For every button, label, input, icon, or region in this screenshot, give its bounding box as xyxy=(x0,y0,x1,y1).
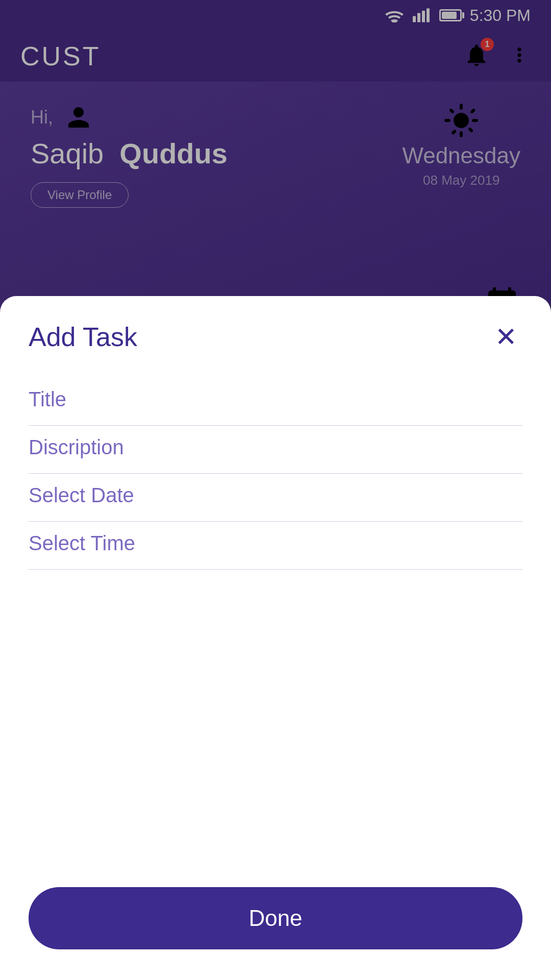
description-field[interactable] xyxy=(29,426,522,474)
done-button[interactable]: Done xyxy=(29,887,522,949)
select-time-input[interactable] xyxy=(29,522,522,570)
description-input[interactable] xyxy=(29,426,522,474)
close-modal-button[interactable]: ✕ xyxy=(490,321,522,353)
select-date-field[interactable] xyxy=(29,474,522,522)
title-field[interactable] xyxy=(29,378,522,426)
modal-title: Add Task xyxy=(29,322,137,352)
select-time-field[interactable] xyxy=(29,522,522,570)
select-date-input[interactable] xyxy=(29,474,522,522)
close-icon: ✕ xyxy=(495,324,517,350)
modal-spacer xyxy=(29,570,522,867)
modal-header: Add Task ✕ xyxy=(29,321,522,353)
add-task-modal: Add Task ✕ Done xyxy=(0,296,551,980)
title-input[interactable] xyxy=(29,378,522,426)
